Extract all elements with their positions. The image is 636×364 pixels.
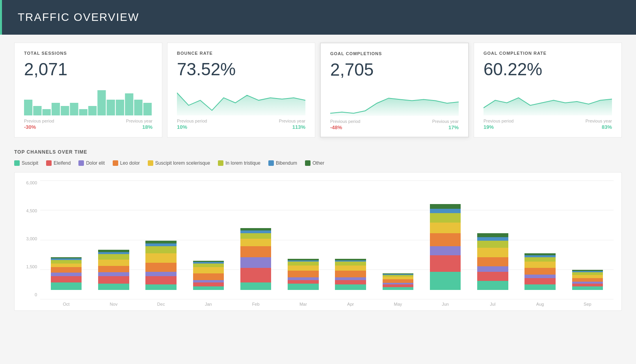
legend-color bbox=[268, 160, 274, 166]
metric-title: GOAL COMPLETION RATE bbox=[484, 51, 612, 56]
metric-card-goal-completions: GOAL COMPLETIONS 2,705 Previous period P… bbox=[320, 43, 469, 137]
svg-rect-10 bbox=[116, 100, 124, 115]
legend-item: Eleifend bbox=[46, 160, 71, 166]
bar-segment bbox=[51, 260, 82, 264]
bar-segment bbox=[98, 272, 129, 276]
period-change: 19% bbox=[484, 124, 494, 130]
bar-segment bbox=[51, 276, 82, 282]
x-axis-label: Jan bbox=[186, 299, 231, 306]
legend-item: Other bbox=[305, 160, 324, 166]
year-label: Previous year bbox=[279, 119, 305, 123]
legend-color bbox=[78, 160, 84, 166]
bar-segment bbox=[477, 237, 508, 241]
svg-rect-2 bbox=[43, 109, 51, 115]
bar-segment bbox=[145, 272, 177, 277]
x-axis-label: Dec bbox=[139, 299, 183, 306]
year-label: Previous year bbox=[586, 119, 612, 123]
period-change: -48% bbox=[330, 124, 342, 130]
chart-body: OctNovDecJanFebMarAprMayJunJulAugSep bbox=[40, 180, 614, 306]
legend-color bbox=[113, 160, 118, 166]
x-axis-label: Jun bbox=[423, 299, 467, 306]
legend-color bbox=[218, 160, 223, 166]
bar-segment bbox=[193, 286, 224, 290]
legend-label: Leo dolor bbox=[120, 160, 140, 166]
bar-segment bbox=[335, 266, 366, 271]
legend-label: Other bbox=[312, 160, 324, 166]
y-axis-label: 4,500 bbox=[26, 208, 37, 213]
year-label: Previous year bbox=[432, 119, 459, 124]
bar-segment bbox=[240, 239, 272, 246]
svg-rect-3 bbox=[52, 103, 60, 115]
bar-segment bbox=[288, 280, 319, 284]
bar-segment bbox=[145, 241, 177, 243]
bar-segment bbox=[524, 275, 556, 278]
metric-value: 60.22% bbox=[484, 59, 612, 79]
chart-legend: Suscipit Eleifend Dolor elit Leo dolor S… bbox=[14, 160, 622, 166]
bar-segment bbox=[572, 284, 603, 286]
bar-segment bbox=[240, 230, 272, 233]
mini-chart bbox=[330, 84, 459, 116]
bar-segment bbox=[51, 264, 82, 267]
channels-section: TOP CHANNELS OVER TIME Suscipit Eleifend… bbox=[0, 145, 636, 323]
grid-line bbox=[40, 299, 614, 299]
bar-segment bbox=[288, 262, 319, 265]
legend-item: Suscipit bbox=[14, 160, 38, 166]
period-label: Previous period bbox=[330, 119, 360, 124]
bar-segment bbox=[335, 271, 366, 277]
bar-segment bbox=[335, 262, 366, 265]
x-axis-label: Oct bbox=[44, 299, 88, 306]
x-axis-label: Sep bbox=[565, 299, 610, 306]
legend-color bbox=[148, 160, 153, 166]
bar-group bbox=[518, 180, 562, 290]
stacked-bar bbox=[430, 204, 461, 290]
bar-chart-container: 6,0004,5003,0001,5000 OctNovDecJanFebMar… bbox=[14, 172, 622, 311]
page-title: TRAFFIC OVERVIEW bbox=[18, 11, 620, 24]
bar-segment bbox=[430, 246, 461, 255]
bar-segment bbox=[193, 267, 224, 273]
bar-segment bbox=[145, 263, 177, 272]
bar-segment bbox=[477, 281, 508, 290]
svg-rect-4 bbox=[61, 106, 69, 115]
bar-segment bbox=[477, 241, 508, 248]
bar-segment bbox=[383, 287, 414, 290]
metric-change: -30% 18% bbox=[24, 124, 152, 130]
bar-segment bbox=[430, 209, 461, 214]
legend-label: Eleifend bbox=[54, 160, 71, 166]
bar-segment bbox=[524, 262, 556, 268]
bar-segment bbox=[240, 257, 272, 268]
bar-segment bbox=[335, 284, 366, 290]
x-axis-label: Mar bbox=[281, 299, 325, 306]
bar-segment bbox=[572, 278, 603, 282]
bar-group bbox=[234, 180, 278, 290]
svg-rect-1 bbox=[33, 106, 41, 115]
metric-value: 2,071 bbox=[24, 59, 152, 79]
bar-segment bbox=[288, 277, 319, 280]
metric-footer: Previous period Previous year bbox=[24, 119, 152, 123]
bar-segment bbox=[193, 280, 224, 283]
year-change: 83% bbox=[602, 124, 612, 130]
stacked-bar bbox=[240, 228, 272, 290]
x-axis-label: Apr bbox=[329, 299, 373, 306]
legend-item: In lorem tristique bbox=[218, 160, 260, 166]
bar-segment bbox=[383, 277, 414, 279]
bar-segment bbox=[430, 233, 461, 246]
bar-segment bbox=[193, 273, 224, 280]
legend-item: Bibendum bbox=[268, 160, 297, 166]
bar-segment bbox=[430, 213, 461, 222]
stacked-bar bbox=[51, 257, 82, 290]
x-axis-label: Feb bbox=[234, 299, 278, 306]
bar-segment bbox=[98, 266, 129, 272]
metric-footer: Previous period Previous year bbox=[484, 119, 612, 123]
x-labels: OctNovDecJanFebMarAprMayJunJulAugSep bbox=[40, 299, 614, 306]
metric-title: TOTAL SESSIONS bbox=[24, 51, 152, 56]
y-axis-label: 6,000 bbox=[26, 180, 37, 185]
svg-rect-9 bbox=[107, 100, 115, 115]
stacked-bar bbox=[524, 253, 556, 290]
bar-group bbox=[186, 180, 231, 290]
bar-segment bbox=[240, 233, 272, 239]
bar-group bbox=[281, 180, 325, 290]
svg-rect-13 bbox=[143, 103, 152, 115]
bar-segment bbox=[477, 257, 508, 266]
mini-chart bbox=[24, 84, 152, 115]
bar-group bbox=[91, 180, 136, 290]
